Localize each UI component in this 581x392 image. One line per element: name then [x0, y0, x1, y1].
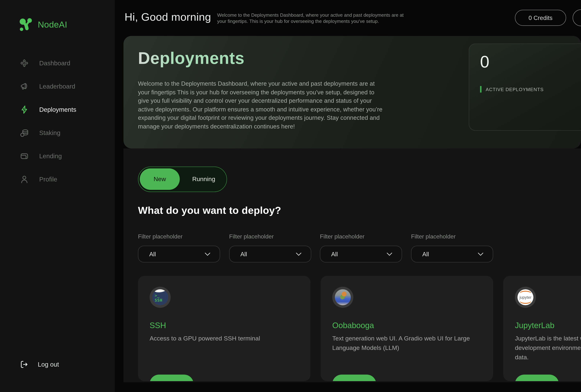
sidebar-item-label: Deployments [39, 106, 76, 113]
card-title: Oobabooga [332, 321, 374, 330]
sidebar: NodeAI Dashboard Leaderboard [0, 0, 115, 392]
oobabooga-logo-icon [335, 289, 351, 305]
staking-icon [20, 128, 29, 138]
deploy-card-list: >_ SSH SSH Access to a GPU powered SSH t… [138, 276, 581, 381]
dropdown-value: All [240, 251, 247, 258]
select-button[interactable]: Select [515, 375, 559, 381]
jupyter-logo-icon: jupyter [518, 289, 534, 305]
hero-title: Deployments [138, 48, 244, 68]
card-title: JupyterLab [515, 321, 554, 330]
sidebar-item-label: Lending [39, 152, 62, 160]
card-description: JupyterLab is the latest web-based inter… [515, 334, 581, 362]
sidebar-item-leaderboard[interactable]: Leaderboard [20, 75, 76, 98]
toggle-option-running[interactable]: Running [183, 167, 225, 191]
credits-label: 0 Credits [528, 14, 552, 21]
dashboard-icon [20, 58, 29, 68]
filter-label: Filter placeholder [320, 233, 364, 240]
lending-icon [20, 151, 29, 161]
filter-dropdown-4[interactable]: All [411, 246, 493, 262]
svg-text:jupyter: jupyter [519, 295, 532, 300]
sidebar-item-profile[interactable]: Profile [20, 168, 76, 191]
logout-icon [20, 360, 28, 369]
brand-logo[interactable]: NodeAI [19, 17, 67, 32]
sidebar-item-label: Dashboard [39, 59, 70, 67]
filter-dropdown-2[interactable]: All [229, 246, 311, 262]
sidebar-item-dashboard[interactable]: Dashboard [20, 51, 76, 75]
toggle-running-label: Running [192, 175, 215, 183]
new-running-toggle: New Running [138, 167, 227, 192]
page-greeting: Hi, Good morning [124, 11, 211, 23]
toggle-option-new[interactable]: New [140, 168, 180, 190]
select-button[interactable]: Select [332, 375, 376, 381]
select-label: Select [162, 381, 181, 381]
profile-icon [20, 175, 29, 184]
active-deployments-stat-card: 0 ACTIVE DEPLOYMENTS [469, 43, 581, 131]
card-description: Text generation web UI. A Gradio web UI … [332, 334, 482, 353]
chevron-down-icon [478, 253, 483, 256]
deploy-card-oobabooga[interactable]: Oobabooga Text generation web UI. A Grad… [321, 276, 493, 381]
card-title: SSH [150, 321, 166, 330]
active-deployments-label: ACTIVE DEPLOYMENTS [486, 86, 544, 92]
sidebar-item-label: Staking [39, 129, 60, 137]
filter-label: Filter placeholder [138, 233, 182, 240]
deployments-icon [20, 105, 29, 114]
sidebar-item-label: Profile [39, 175, 57, 183]
sidebar-item-staking[interactable]: Staking [20, 121, 76, 144]
chevron-down-icon [296, 253, 302, 256]
dropdown-value: All [422, 251, 429, 258]
ssh-terminal-logo-icon: >_ SSH [152, 289, 168, 305]
logout-label: Log out [38, 361, 59, 368]
avatar [332, 287, 353, 308]
brand-name: NodeAI [38, 19, 67, 30]
sidebar-item-label: Leaderboard [39, 83, 75, 90]
filter-label: Filter placeholder [229, 233, 274, 240]
sidebar-nav: Dashboard Leaderboard Deployments [20, 51, 76, 191]
avatar: jupyter [515, 287, 536, 308]
main-content: Hi, Good morning Welcome to the Deployme… [124, 0, 581, 382]
deploy-card-jupyterlab[interactable]: jupyter JupyterLab JupyterLab is the lat… [503, 276, 581, 381]
deploy-heading: What do you want to deploy? [138, 205, 281, 216]
sidebar-item-deployments[interactable]: Deployments [20, 98, 76, 121]
active-deployments-count: 0 [480, 52, 489, 71]
avatar: >_ SSH [150, 287, 171, 308]
logout-button[interactable]: Log out [20, 360, 59, 369]
filter-dropdown-3[interactable]: All [320, 246, 402, 262]
stat-accent-bar [480, 86, 481, 92]
profile-avatar-button[interactable] [573, 9, 581, 26]
deploy-section: New Running What do you want to deploy? … [124, 148, 581, 382]
filter-dropdown-1[interactable]: All [138, 246, 220, 262]
sidebar-item-lending[interactable]: Lending [20, 144, 76, 168]
deployments-hero-panel: Deployments Welcome to the Deployments D… [124, 36, 581, 148]
chevron-down-icon [387, 253, 392, 256]
deploy-card-ssh[interactable]: >_ SSH SSH Access to a GPU powered SSH t… [138, 276, 310, 381]
filter-label: Filter placeholder [411, 233, 456, 240]
dropdown-value: All [149, 251, 156, 258]
hero-description: Welcome to the Deployments Dashboard, wh… [138, 79, 385, 131]
select-button[interactable]: Select [150, 375, 194, 381]
chevron-down-icon [205, 253, 210, 256]
toggle-new-label: New [154, 175, 166, 183]
app-window: NodeAI Dashboard Leaderboard [0, 0, 581, 392]
dropdown-value: All [331, 251, 338, 258]
leaderboard-icon [20, 82, 29, 91]
credits-button[interactable]: 0 Credits [515, 10, 566, 26]
select-label: Select [345, 381, 363, 381]
select-label: Select [528, 381, 546, 381]
card-description: Access to a GPU powered SSH terminal [150, 334, 299, 343]
nodeai-molecule-icon [19, 17, 34, 32]
header-welcome-text: Welcome to the Deployments Dashboard, wh… [217, 12, 413, 24]
